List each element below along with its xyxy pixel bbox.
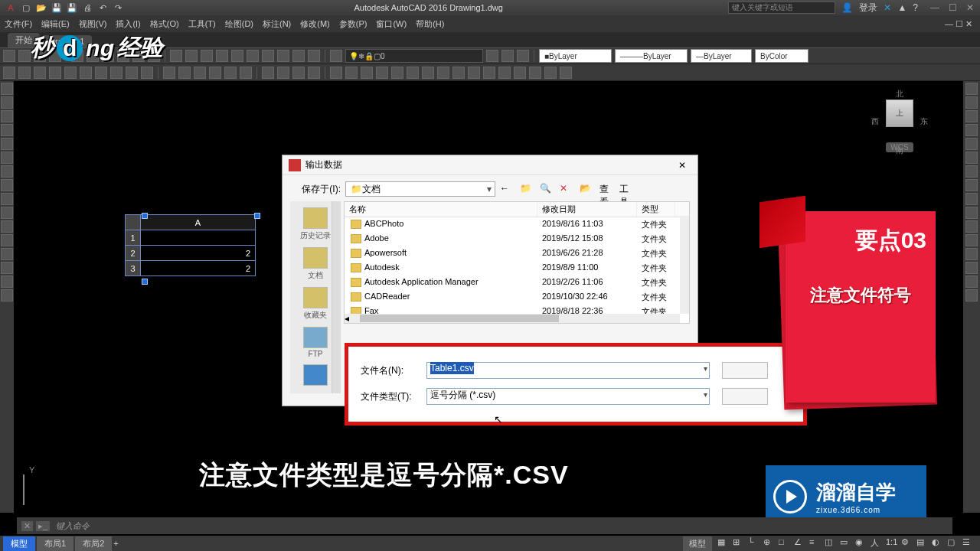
menu-window[interactable]: 窗口(W)	[376, 18, 407, 30]
break-icon[interactable]	[965, 234, 978, 246]
tool-icon[interactable]	[452, 67, 465, 79]
menu-parametric[interactable]: 参数(P)	[339, 18, 368, 30]
menu-dimension[interactable]: 标注(N)	[263, 18, 291, 30]
grip-point[interactable]	[142, 279, 148, 285]
wipeout-icon[interactable]	[1, 262, 13, 274]
app-icon[interactable]: A	[5, 2, 17, 14]
array-icon[interactable]	[965, 138, 978, 150]
layer-dropdown[interactable]: 💡❄🔒▢ 0	[345, 49, 483, 63]
cancel-button[interactable]	[722, 388, 768, 405]
lineweight-dropdown[interactable]: — ByLayer	[691, 49, 752, 63]
new-icon[interactable]: ▢	[20, 2, 32, 14]
linetype-dropdown[interactable]: ——— ByLayer	[615, 49, 688, 63]
back-icon[interactable]: ←	[500, 183, 512, 195]
filetype-dropdown[interactable]: 逗号分隔 (*.csv)▾	[426, 388, 710, 405]
trim-icon[interactable]	[965, 207, 978, 219]
places-scrollbar[interactable]	[332, 201, 341, 393]
hatch-icon[interactable]	[1, 165, 13, 178]
explode-icon[interactable]	[965, 289, 978, 302]
tool-icon[interactable]	[544, 67, 557, 79]
stretch-icon[interactable]	[965, 193, 978, 205]
close-button[interactable]: ✕	[966, 2, 974, 13]
rotate-icon[interactable]	[965, 165, 978, 178]
place-ftp[interactable]: FTP	[296, 327, 335, 358]
tool-icon[interactable]	[126, 67, 138, 79]
menu-modify[interactable]: 修改(M)	[300, 18, 330, 30]
tool-icon[interactable]	[277, 67, 289, 79]
tool-icon[interactable]	[194, 67, 206, 79]
tool-icon[interactable]	[422, 67, 434, 79]
place-desktop[interactable]	[296, 364, 335, 387]
menu-tools[interactable]: 工具(T)	[188, 18, 216, 30]
snap-toggle-icon[interactable]: ⊞	[733, 537, 746, 549]
cmdline-close-icon[interactable]: ✕	[21, 521, 33, 531]
tool-icon[interactable]	[185, 50, 198, 62]
tool-icon[interactable]	[216, 50, 228, 62]
tool-icon[interactable]	[361, 67, 373, 79]
status-tab-layout1[interactable]: 布局1	[37, 536, 74, 551]
tool-icon[interactable]	[498, 67, 511, 79]
file-hscrollbar[interactable]: ◂	[345, 314, 680, 323]
place-favorites[interactable]: 收藏夹	[296, 287, 335, 321]
saveas-icon[interactable]: 💾	[66, 2, 78, 14]
fillet-icon[interactable]	[965, 276, 978, 288]
arc-icon[interactable]	[1, 124, 13, 136]
tool-icon[interactable]	[201, 50, 213, 62]
region-icon[interactable]	[1, 234, 13, 246]
tool-icon[interactable]	[80, 67, 92, 79]
tool-icon[interactable]	[330, 50, 342, 62]
tool-icon[interactable]	[170, 50, 182, 62]
drawing-table[interactable]: A 1 22 32	[125, 214, 256, 276]
pline-icon[interactable]	[1, 96, 13, 109]
command-line[interactable]: ✕ ▸_ 键入命令	[17, 517, 952, 534]
place-documents[interactable]: 文档	[296, 247, 335, 281]
workspace-icon[interactable]: ⚙	[901, 537, 915, 549]
tool-icon[interactable]	[3, 67, 15, 79]
ortho-toggle-icon[interactable]: └	[748, 537, 762, 549]
rect-icon[interactable]	[1, 138, 13, 150]
menu-format[interactable]: 格式(O)	[150, 18, 179, 30]
offset-icon[interactable]	[965, 124, 978, 136]
up-icon[interactable]: 📁	[520, 183, 532, 195]
join-icon[interactable]	[965, 248, 978, 260]
status-tab-model[interactable]: 模型	[3, 536, 35, 551]
otrack-toggle-icon[interactable]: ∠	[794, 537, 808, 549]
minimize-button[interactable]: —	[930, 2, 939, 13]
file-row[interactable]: ABCPhoto2019/8/16 11:03文件夹	[345, 217, 689, 232]
tool-icon[interactable]	[209, 67, 221, 79]
file-vscrollbar[interactable]	[680, 216, 689, 314]
grip-point[interactable]	[254, 213, 260, 219]
dim-icon[interactable]	[1, 289, 13, 302]
col-type[interactable]: 类型	[637, 202, 675, 217]
scale-icon[interactable]: 1:1	[886, 537, 900, 549]
tool-icon[interactable]	[514, 67, 526, 79]
tool-icon[interactable]	[178, 67, 191, 79]
tool-icon[interactable]	[262, 50, 274, 62]
viewcube-west[interactable]: 西	[871, 116, 879, 127]
tool-icon[interactable]	[141, 67, 153, 79]
tool-icon[interactable]	[110, 67, 122, 79]
file-row[interactable]: Autodesk2019/8/9 11:00文件夹	[345, 261, 689, 276]
selection-cycling-icon[interactable]: ◉	[855, 537, 869, 549]
tool-icon[interactable]	[18, 67, 31, 79]
tool-icon[interactable]	[407, 67, 419, 79]
menu-insert[interactable]: 插入(I)	[116, 18, 140, 30]
viewcube[interactable]: 北 西 东 上 南 WCS	[865, 84, 934, 176]
login-link[interactable]: 登录	[859, 2, 877, 15]
tool-icon[interactable]	[517, 50, 529, 62]
hardware-icon[interactable]: ◐	[932, 537, 946, 549]
circle-icon[interactable]	[1, 110, 13, 122]
file-row[interactable]: CADReader2019/10/30 22:46文件夹	[345, 290, 689, 305]
doc-close-button[interactable]: — ☐ ✕	[945, 19, 975, 29]
file-row[interactable]: Autodesk Application Manager2019/2/26 11…	[345, 276, 689, 290]
search-web-icon[interactable]: 🔍	[540, 183, 552, 195]
color-dropdown[interactable]: ■ ByLayer	[539, 49, 612, 63]
app-icon2[interactable]: ▲	[897, 2, 906, 13]
exchange-icon[interactable]: ✕	[884, 2, 891, 13]
tool-icon[interactable]	[292, 67, 305, 79]
newfolder-icon[interactable]: 📂	[580, 183, 592, 195]
place-history[interactable]: 历史记录	[296, 207, 335, 241]
tool-icon[interactable]	[163, 67, 175, 79]
lwt-toggle-icon[interactable]: ≡	[809, 537, 823, 549]
line-icon[interactable]	[1, 83, 13, 95]
